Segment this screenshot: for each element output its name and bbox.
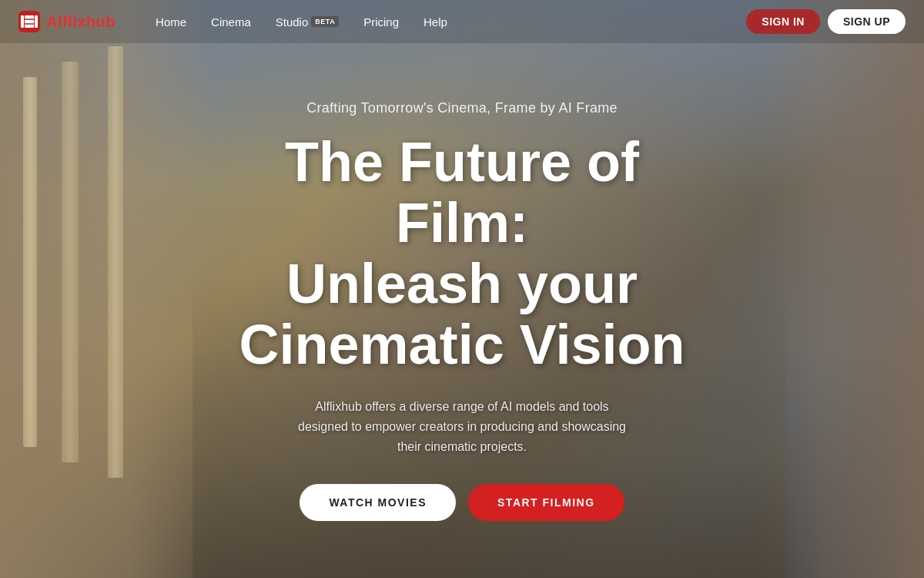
hero-description: Alflixhub offers a diverse range of AI m… (296, 397, 628, 456)
nav-links: Home Cinema Studio BETA Pricing Help (146, 11, 746, 33)
nav-actions: SIGN IN SIGN UP (746, 9, 906, 34)
beta-badge: BETA (311, 16, 339, 27)
logo-icon (18, 11, 40, 32)
svg-rect-1 (21, 15, 24, 28)
logo[interactable]: Alflixhub (18, 11, 116, 32)
nav-home[interactable]: Home (146, 11, 196, 33)
signin-button[interactable]: SIGN IN (746, 9, 820, 34)
hero-content: Crafting Tomorrow's Cinema, Frame by AI … (0, 43, 924, 578)
svg-rect-3 (35, 15, 38, 28)
logo-text: Alflixhub (46, 13, 116, 31)
hero-buttons: WATCH MOVIES START FILMING (300, 484, 624, 521)
nav-pricing[interactable]: Pricing (354, 11, 408, 33)
navbar: Alflixhub Home Cinema Studio BETA Pricin… (0, 0, 924, 43)
nav-studio[interactable]: Studio BETA (266, 11, 348, 33)
signup-button[interactable]: SIGN UP (828, 9, 906, 34)
hero-subtitle: Crafting Tomorrow's Cinema, Frame by AI … (306, 100, 618, 116)
nav-cinema[interactable]: Cinema (202, 11, 260, 33)
nav-help[interactable]: Help (414, 11, 457, 33)
svg-rect-2 (25, 15, 34, 28)
hero-title: The Future of Film: Unleash your Cinemat… (192, 132, 732, 376)
watch-movies-button[interactable]: WATCH MOVIES (300, 484, 456, 521)
start-filming-button[interactable]: START FILMING (468, 484, 624, 521)
